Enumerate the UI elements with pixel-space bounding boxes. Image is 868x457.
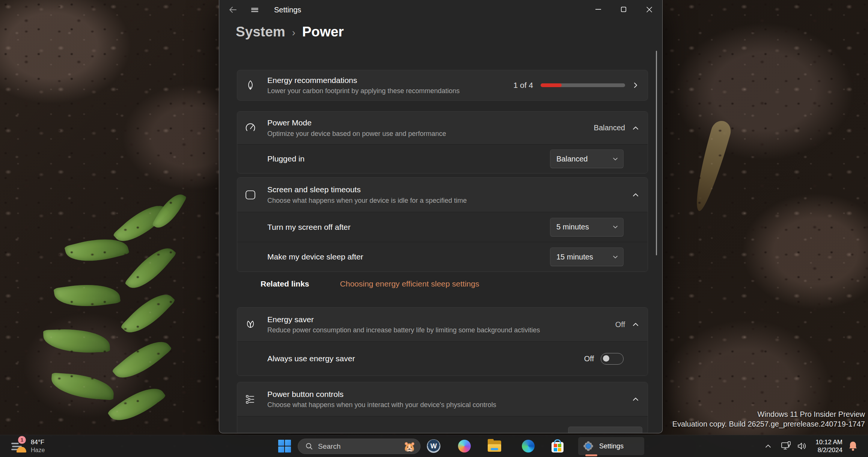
gear-icon [583,440,594,452]
breadcrumb-system[interactable]: System [236,24,285,40]
device-sleep-row: Make my device sleep after 15 minutes [237,242,648,271]
chevron-up-icon [633,126,639,130]
row-subtitle: Optimize your device based on power use … [267,129,594,138]
power-mode-value: Balanced [594,124,625,132]
notification-bell-button[interactable] [845,439,861,454]
dropdown-value: 15 minutes [556,253,613,261]
power-mode-expander[interactable]: Power Mode Optimize your device based on… [237,112,648,144]
notification-bell-icon [848,441,858,451]
power-button-group: Power button controls Choose what happen… [237,382,648,433]
row-label: Turn my screen off after [267,223,351,232]
weather-temperature: 84°F [31,439,44,446]
wallpaper-leaf [112,332,172,388]
window-title: Settings [274,0,301,20]
file-explorer-icon [488,440,501,452]
clock-tray-button[interactable]: 10:12 AM 8/2/2024 [807,438,842,454]
row-title: Energy recommendations [267,75,513,86]
close-button[interactable] [636,0,662,19]
device-sleep-dropdown[interactable]: 15 minutes [550,247,624,266]
breadcrumb: System › Power [236,24,344,40]
search-highlight-image[interactable]: 🐹 [404,442,416,451]
back-button[interactable] [225,3,241,17]
row-title: Energy saver [267,314,615,325]
wallpaper-leaf [54,279,121,311]
taskbar-app-windscribe[interactable]: W [425,437,443,455]
wallpaper-leaf [124,240,176,297]
notification-count-badge: 1 [18,436,26,444]
speaker-icon [797,442,807,450]
chevron-up-icon [633,323,639,326]
screen-sleep-group: Screen and sleep timeouts Choose what ha… [237,177,648,272]
wallpaper-leaf [113,196,170,251]
taskbar-app-copilot[interactable] [455,437,473,455]
settings-window: Settings System › Power Energy recommend… [219,0,663,433]
vertical-scrollbar[interactable] [656,51,657,255]
related-links-label: Related links [261,279,309,288]
chevron-down-icon [613,255,618,259]
breadcrumb-separator-icon: › [292,27,295,39]
partial-dropdown[interactable] [568,427,642,433]
weather-condition: Haze [31,447,45,454]
screen-off-dropdown[interactable]: 5 minutes [550,218,624,237]
start-button[interactable] [276,437,294,455]
dropdown-value: 5 minutes [556,223,613,231]
energy-saver-toggle[interactable] [601,353,624,365]
taskbar-app-store[interactable] [549,437,567,455]
chevron-down-icon [613,225,618,229]
power-mode-gauge-icon [245,122,267,134]
plugged-in-dropdown[interactable]: Balanced [550,149,624,168]
power-button-partial-row [237,416,648,433]
titlebar: Settings [219,0,662,20]
energy-saver-leaf-icon [245,319,267,330]
row-label: Make my device sleep after [267,252,363,261]
search-icon [306,443,313,450]
row-subtitle: Choose what happens when you interact wi… [267,400,633,409]
windows-logo-icon [278,440,291,452]
chevron-up-icon [765,444,771,448]
energy-saver-value: Off [615,320,625,329]
progress-bar [541,83,625,87]
wallpaper-leaf [50,373,115,400]
network-tray-button[interactable] [778,439,794,454]
row-label: Always use energy saver [267,354,355,363]
maximize-button[interactable] [611,0,636,19]
tray-time: 10:12 AM [807,438,842,446]
row-title: Screen and sleep timeouts [267,184,633,195]
active-app-indicator [585,454,597,456]
screen-off-row: Turn my screen off after 5 minutes [237,212,648,242]
power-button-expander[interactable]: Power button controls Choose what happen… [237,382,648,416]
leaf-icon [245,80,267,91]
wallpaper-leaf [152,189,187,233]
taskbar-app-settings[interactable]: Settings [578,437,644,455]
chevron-down-icon [613,157,618,161]
plugged-in-row: Plugged in Balanced [237,144,648,173]
page-title: Power [302,24,344,40]
taskbar-app-file-explorer[interactable] [485,437,503,455]
wallpaper-leaf [64,232,130,268]
screen-sleep-expander[interactable]: Screen and sleep timeouts Choose what ha… [237,178,648,212]
sleep-settings-link[interactable]: Choosing energy efficient sleep settings [340,279,479,288]
row-title: Power button controls [267,389,633,400]
microsoft-store-icon [552,442,564,452]
weather-widget[interactable]: 1 84°F Haze [3,435,82,457]
row-subtitle: Reduce power consumption and increase ba… [267,326,615,335]
dropdown-value: Balanced [556,155,613,163]
chevron-up-icon [633,397,639,401]
navigation-menu-button[interactable] [246,3,263,17]
w-shield-icon: W [427,439,440,453]
wallpaper-dried-leaf [689,119,733,214]
minimize-button[interactable] [585,0,611,19]
row-subtitle: Choose what happens when your device is … [267,196,633,205]
wallpaper-leaf [120,285,175,342]
progress-label: 1 of 4 [513,81,533,90]
always-energy-saver-row: Always use energy saver Off [237,341,648,376]
row-label: Plugged in [267,154,304,163]
toggle-state-label: Off [584,354,594,363]
energy-saver-expander[interactable]: Energy saver Reduce power consumption an… [237,308,648,341]
watermark-line1: Windows 11 Pro Insider Preview [672,409,865,419]
taskbar-app-edge[interactable] [519,437,537,455]
wallpaper-leaf [43,328,110,354]
energy-recommendations-row[interactable]: Energy recommendations Lower your carbon… [237,70,648,101]
show-hidden-icons-button[interactable] [761,439,776,454]
search-box[interactable]: Search 🐹 [298,439,420,454]
